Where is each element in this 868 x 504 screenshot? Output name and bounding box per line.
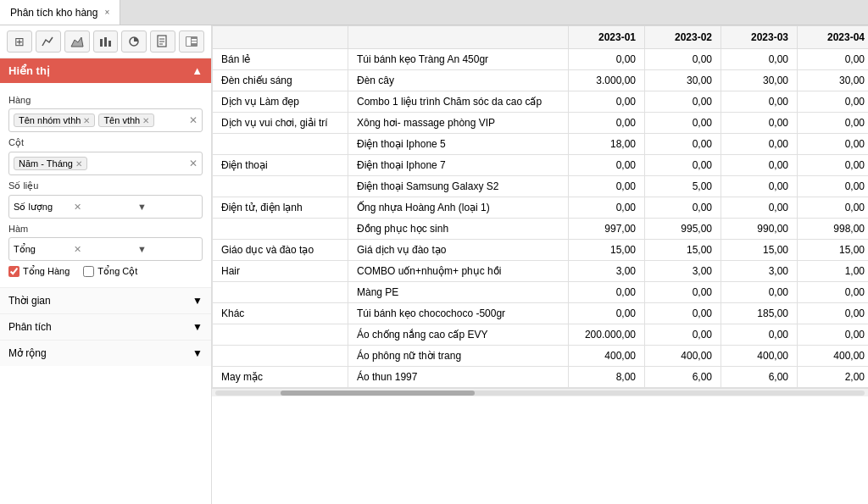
col-category-header bbox=[213, 26, 348, 49]
hang-clear-icon[interactable]: ✕ bbox=[189, 114, 198, 126]
product-cell: Giá dịch vụ đào tạo bbox=[348, 240, 569, 261]
tong-cot-checkbox[interactable] bbox=[83, 266, 94, 277]
so-lieu-label: Số liệu bbox=[8, 180, 203, 191]
section-title: Hiển thị bbox=[8, 64, 50, 77]
hang-input[interactable]: Tên nhóm vthh ✕ Tên vthh ✕ ✕ bbox=[8, 108, 203, 132]
data-cell: 0,00 bbox=[645, 49, 721, 70]
toolbar-row: ⊞ bbox=[0, 25, 211, 58]
data-cell: 995,00 bbox=[645, 219, 721, 240]
data-cell: 0,00 bbox=[798, 197, 869, 219]
scrollbar-thumb[interactable] bbox=[281, 390, 476, 396]
hang-tag-2-label: Tên vthh bbox=[103, 115, 140, 125]
svg-rect-1 bbox=[100, 39, 103, 47]
data-cell: 0,00 bbox=[721, 134, 798, 155]
data-cell: 0,00 bbox=[569, 197, 645, 219]
data-cell: 0,00 bbox=[569, 282, 645, 303]
data-cell: 18,00 bbox=[569, 134, 645, 155]
data-cell: 998,00 bbox=[798, 219, 869, 240]
main-tab[interactable]: Phân tích kho hàng × bbox=[0, 0, 120, 25]
thoi-gian-header[interactable]: Thời gian ▼ bbox=[0, 288, 211, 313]
product-cell: COMBO uốn+nhuộm+ phục hồi bbox=[348, 261, 569, 282]
data-cell: 0,00 bbox=[798, 324, 869, 346]
table-header-row: 2023-01 2023-02 2023-03 2023-04 bbox=[213, 26, 869, 49]
data-cell: 400,00 bbox=[798, 346, 869, 367]
data-cell: 30,00 bbox=[645, 70, 721, 91]
table-row: May mặcÁo thun 19978,006,006,002,00 bbox=[213, 367, 869, 388]
ham-arrow[interactable]: ▼ bbox=[137, 244, 198, 254]
table-row: HairCOMBO uốn+nhuộm+ phục hồi3,003,003,0… bbox=[213, 261, 869, 282]
cot-input[interactable]: Năm - Tháng ✕ ✕ bbox=[8, 152, 203, 175]
cot-tag-1-label: Năm - Tháng bbox=[19, 158, 73, 169]
product-cell: Áo thun 1997 bbox=[348, 367, 569, 388]
mo-rong-section: Mở rộng ▼ bbox=[0, 340, 211, 366]
hang-tag-2-remove[interactable]: ✕ bbox=[142, 116, 149, 125]
table-row: Giáo dục và đào tạoGiá dịch vụ đào tạo15… bbox=[213, 240, 869, 261]
category-cell: Đèn chiếu sáng bbox=[213, 70, 348, 91]
so-lieu-arrow[interactable]: ▼ bbox=[137, 202, 198, 212]
hang-tag-2: Tên vthh ✕ bbox=[98, 114, 154, 127]
so-lieu-value: Số lượng bbox=[14, 202, 74, 213]
ham-label: Hàm bbox=[8, 224, 203, 234]
so-lieu-select[interactable]: Số lượng ✕ ▼ bbox=[8, 195, 203, 219]
data-cell: 0,00 bbox=[645, 303, 721, 324]
data-cell: 0,00 bbox=[798, 155, 869, 176]
right-panel[interactable]: 2023-01 2023-02 2023-03 2023-04 Bán lẻTú… bbox=[212, 25, 868, 504]
scrollbar-container[interactable] bbox=[212, 388, 868, 396]
tong-hang-checkbox-item: Tổng Hàng bbox=[8, 266, 70, 277]
data-cell: 0,00 bbox=[798, 49, 869, 70]
line-chart-button[interactable] bbox=[36, 30, 61, 53]
export-button[interactable] bbox=[179, 30, 204, 53]
data-cell: 3,00 bbox=[569, 261, 645, 282]
data-cell: 8,00 bbox=[569, 367, 645, 388]
ham-select[interactable]: Tổng ✕ ▼ bbox=[8, 237, 203, 261]
table-row: Bán lẻTúi bánh kẹo Tràng An 450gr0,000,0… bbox=[213, 49, 869, 70]
grid-button[interactable]: ⊞ bbox=[7, 30, 32, 53]
product-cell: Điện thoại Samsung Galaxy S2 bbox=[348, 176, 569, 197]
col-2023-01-header: 2023-01 bbox=[569, 26, 645, 49]
pie-chart-button[interactable] bbox=[121, 30, 147, 53]
product-cell: Điện thoại Iphone 5 bbox=[348, 134, 569, 155]
svg-rect-11 bbox=[192, 39, 197, 41]
cot-label: Cột bbox=[8, 137, 203, 148]
category-cell bbox=[213, 346, 348, 367]
thoi-gian-section: Thời gian ▼ bbox=[0, 287, 211, 313]
category-cell: May mặc bbox=[213, 367, 348, 388]
hang-tag-1-remove[interactable]: ✕ bbox=[83, 116, 90, 125]
tab-close-icon[interactable]: × bbox=[104, 8, 109, 17]
data-cell: 0,00 bbox=[798, 134, 869, 155]
product-cell: Ống nhựa Hoàng Anh (loại 1) bbox=[348, 197, 569, 219]
table-row: KhácTúi bánh kẹo chocochoco -500gr0,000,… bbox=[213, 303, 869, 324]
title-bar: Phân tích kho hàng × bbox=[0, 0, 868, 25]
thoi-gian-icon: ▼ bbox=[192, 295, 203, 307]
cot-clear-icon[interactable]: ✕ bbox=[189, 158, 198, 169]
left-panel: ⊞ Hiển thị ▲ bbox=[0, 25, 212, 504]
category-cell bbox=[213, 324, 348, 346]
category-cell: Bán lẻ bbox=[213, 49, 348, 70]
hang-tag-1: Tên nhóm vthh ✕ bbox=[14, 114, 95, 127]
data-cell: 0,00 bbox=[721, 282, 798, 303]
data-cell: 0,00 bbox=[721, 91, 798, 113]
product-cell: Màng PE bbox=[348, 282, 569, 303]
ham-clear[interactable]: ✕ bbox=[74, 244, 134, 255]
document-button[interactable] bbox=[150, 30, 175, 53]
area-chart-button[interactable] bbox=[64, 30, 90, 53]
col-product-header bbox=[348, 26, 569, 49]
data-cell: 0,00 bbox=[798, 282, 869, 303]
tong-hang-label: Tổng Hàng bbox=[23, 266, 70, 277]
data-cell: 0,00 bbox=[798, 303, 869, 324]
category-cell bbox=[213, 134, 348, 155]
cot-tag-1-remove[interactable]: ✕ bbox=[75, 159, 82, 169]
so-lieu-clear[interactable]: ✕ bbox=[74, 202, 134, 213]
data-cell: 0,00 bbox=[569, 113, 645, 134]
mo-rong-header[interactable]: Mở rộng ▼ bbox=[0, 341, 211, 366]
phan-tich-header[interactable]: Phân tích ▼ bbox=[0, 314, 211, 340]
mo-rong-icon: ▼ bbox=[192, 347, 203, 359]
ham-value: Tổng bbox=[14, 244, 74, 255]
tong-hang-checkbox[interactable] bbox=[8, 266, 19, 277]
data-cell: 0,00 bbox=[569, 303, 645, 324]
data-cell: 3.000,00 bbox=[569, 70, 645, 91]
section-header[interactable]: Hiển thị ▲ bbox=[0, 58, 211, 83]
data-cell: 0,00 bbox=[645, 282, 721, 303]
section-collapse-icon[interactable]: ▲ bbox=[192, 64, 203, 77]
bar-chart-button[interactable] bbox=[93, 30, 119, 53]
